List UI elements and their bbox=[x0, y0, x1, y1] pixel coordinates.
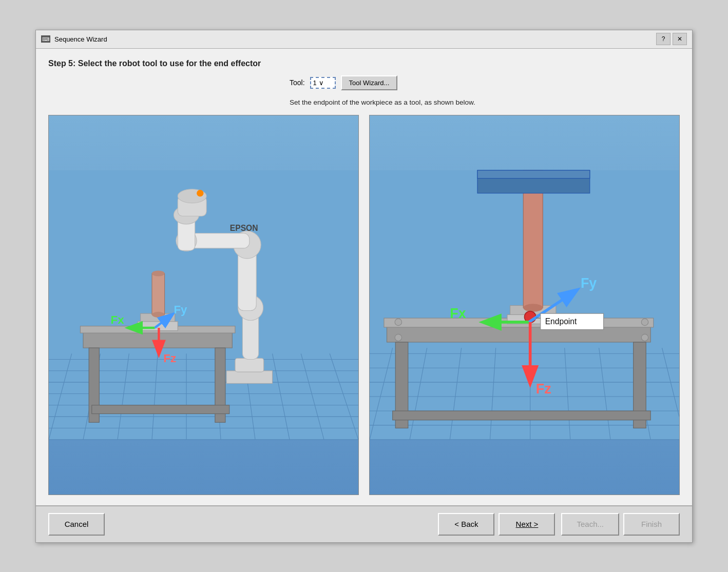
svg-text:EPSON: EPSON bbox=[230, 224, 258, 232]
help-button[interactable]: ? bbox=[656, 33, 670, 45]
svg-text:Fz: Fz bbox=[163, 352, 176, 365]
chevron-down-icon: ∨ bbox=[319, 79, 324, 87]
footer-center-buttons: < Back Next > bbox=[438, 513, 555, 536]
svg-text:Endpoint: Endpoint bbox=[545, 317, 577, 326]
svg-point-78 bbox=[523, 304, 543, 312]
svg-point-42 bbox=[197, 190, 203, 196]
tool-dropdown[interactable]: 1 ∨ bbox=[310, 77, 336, 89]
svg-text:Fz: Fz bbox=[536, 381, 551, 397]
images-row: EPSON bbox=[48, 115, 680, 495]
footer-bar: Cancel < Back Next > Teach... Finish bbox=[36, 505, 692, 542]
svg-rect-80 bbox=[477, 170, 590, 179]
back-label: < Back bbox=[454, 520, 478, 528]
svg-text:Fy: Fy bbox=[174, 303, 187, 316]
main-window: ⌨ Sequence Wizard ? ✕ Step 5: Select the… bbox=[35, 30, 693, 543]
svg-point-71 bbox=[395, 319, 401, 325]
description-text: Set the endpoint of the workpiece as a t… bbox=[290, 97, 495, 108]
svg-rect-70 bbox=[393, 411, 651, 420]
svg-point-72 bbox=[641, 319, 648, 325]
window-title: Sequence Wizard bbox=[54, 35, 656, 43]
window-icon: ⌨ bbox=[41, 35, 50, 43]
step-title: Step 5: Select the robot tool to use for… bbox=[48, 59, 680, 68]
close-button[interactable]: ✕ bbox=[673, 33, 687, 45]
footer-right-buttons: Teach... Finish bbox=[561, 513, 680, 536]
svg-text:Fx: Fx bbox=[450, 306, 466, 321]
tool-label: Tool: bbox=[290, 78, 305, 87]
back-button[interactable]: < Back bbox=[438, 513, 494, 536]
next-button[interactable]: Next > bbox=[499, 513, 555, 536]
svg-point-73 bbox=[395, 334, 401, 341]
next-label: Next > bbox=[516, 520, 539, 528]
svg-point-28 bbox=[152, 312, 165, 318]
svg-point-74 bbox=[641, 334, 648, 341]
cancel-button[interactable]: Cancel bbox=[48, 513, 105, 536]
title-bar: ⌨ Sequence Wizard ? ✕ bbox=[36, 30, 692, 49]
left-diagram: EPSON bbox=[48, 115, 359, 495]
content-area: Step 5: Select the robot tool to use for… bbox=[36, 49, 692, 505]
title-bar-buttons: ? ✕ bbox=[656, 33, 687, 45]
svg-rect-22 bbox=[92, 405, 229, 414]
finish-button[interactable]: Finish bbox=[623, 513, 680, 536]
tool-value: 1 bbox=[313, 79, 317, 87]
teach-button[interactable]: Teach... bbox=[561, 513, 619, 536]
svg-text:Fy: Fy bbox=[581, 275, 597, 291]
svg-rect-29 bbox=[226, 371, 272, 384]
tool-wizard-button[interactable]: Tool Wizard... bbox=[341, 75, 398, 90]
svg-rect-26 bbox=[152, 273, 165, 314]
svg-text:Fx: Fx bbox=[111, 313, 125, 326]
svg-rect-30 bbox=[235, 358, 264, 372]
svg-point-27 bbox=[152, 270, 165, 276]
svg-rect-66 bbox=[387, 325, 651, 342]
right-diagram: Fx Fy Fz Endpoint bbox=[369, 115, 680, 495]
tool-row: Tool: 1 ∨ Tool Wizard... bbox=[290, 75, 680, 90]
